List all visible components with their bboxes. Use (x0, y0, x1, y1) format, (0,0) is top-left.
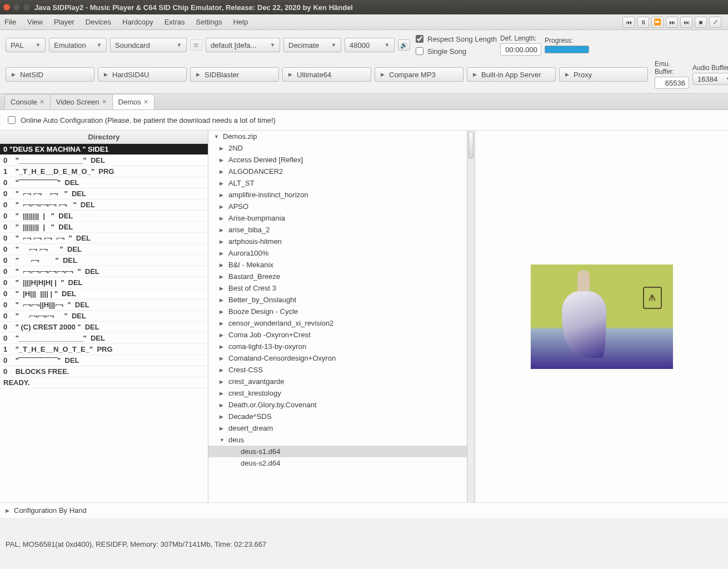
menu-devices[interactable]: Devices (86, 18, 111, 26)
directory-row[interactable]: 0 "‾‾‾‾‾‾‾‾‾‾‾‾‾‾‾‾" DEL (0, 355, 208, 366)
tree-item[interactable]: ▶ALGODANCER2 (208, 166, 475, 177)
menu-hardcopy[interactable]: Hardcopy (122, 18, 153, 26)
directory-row[interactable]: 0 " ⌐¬ ⌐¬ ⌐¬ " DEL (0, 188, 208, 199)
directory-row[interactable]: 0 " ⌐¬ " DEL (0, 255, 208, 266)
close-icon[interactable]: ✕ (102, 98, 107, 106)
def-length-field[interactable]: 00:00.000 (500, 43, 541, 56)
end-icon[interactable]: ⏭ (680, 17, 692, 28)
menu-view[interactable]: View (27, 18, 43, 26)
tree-item[interactable]: ▶Better_by_Onslaught (208, 294, 475, 306)
audio-buffer-combo[interactable]: 16384▼ (692, 73, 728, 85)
stop-icon[interactable]: ■ (695, 17, 707, 28)
directory-row[interactable]: 0 "DEUS EX MACHINA " SIDE1 (0, 144, 208, 155)
tree-item[interactable]: ▶Access Denied [Reflex] (208, 154, 475, 166)
directory-row[interactable]: 1 "_T_H_E__N_O_T_E_" PRG (0, 344, 208, 355)
pause-icon[interactable]: ⏸ (637, 17, 649, 28)
menu-file[interactable]: File (4, 18, 16, 26)
tree-item[interactable]: ▶Bastard_Breeze (208, 271, 475, 282)
tree-file[interactable]: deus-s1.d64 (208, 446, 475, 457)
directory-row[interactable]: 0 " (C) CREST 2000 " DEL (0, 322, 208, 333)
action-netsid[interactable]: ▶NetSID (6, 67, 94, 82)
directory-row[interactable]: 0 "________________" DEL (0, 333, 208, 344)
tree-item[interactable]: ▶crest_avantgarde (208, 376, 475, 387)
action-built-in-app-server[interactable]: ▶Built-in App Server (467, 67, 556, 82)
directory-row[interactable]: 0 " |||||||| | " DEL (0, 211, 208, 222)
close-icon[interactable]: ✕ (143, 98, 148, 106)
tree-item[interactable]: ▶Booze Design - Cycle (208, 306, 475, 317)
tree-item[interactable]: ▶amplifire-instinct_horizon (208, 189, 475, 201)
tree-item[interactable]: ▶artphosis-hitmen (208, 236, 475, 247)
tree-item[interactable]: ▶coma-light-13-by-oxyron (208, 341, 475, 352)
tree-root[interactable]: ▼Demos.zip (208, 131, 475, 142)
tree-item[interactable]: ▶ALT_ST (208, 177, 475, 189)
tree-item[interactable]: ▶Arise-bumpmania (208, 212, 475, 224)
tree-item[interactable]: ▶censor_wonderland_xi_revision2 (208, 317, 475, 329)
close-icon[interactable] (3, 4, 10, 11)
directory-row[interactable]: 0 " ⌐¬⌐¬⌐¬⌐¬⌐¬⌐¬ " DEL (0, 266, 208, 277)
freq-combo[interactable]: 48000▼ (345, 38, 395, 52)
tree-item[interactable]: ▶desert_dream (208, 422, 475, 434)
directory-list[interactable]: 0 "DEUS EX MACHINA " SIDE10 "___________… (0, 144, 208, 502)
tree-item[interactable]: ▶Coma Job -Oxyron+Crest (208, 329, 475, 341)
video-standard-combo[interactable]: PAL▼ (6, 38, 46, 52)
directory-row[interactable]: 0 "‾‾‾‾‾‾‾‾‾‾‾‾‾‾‾‾" DEL (0, 177, 208, 188)
directory-row[interactable]: 0 " ⌐¬⌐¬⌐¬ " DEL (0, 311, 208, 322)
tree-item[interactable]: ▶2ND (208, 142, 475, 154)
action-proxy[interactable]: ▶Proxy (559, 67, 648, 82)
resample-combo[interactable]: Decimate▼ (283, 38, 341, 52)
output-combo[interactable]: Soundcard▼ (110, 38, 187, 52)
mode-combo[interactable]: Emulation▼ (49, 38, 107, 52)
minimize-icon[interactable] (13, 4, 20, 11)
tree-file[interactable]: deus-s2.d64 (208, 457, 475, 469)
tree-item[interactable]: ▶APSO (208, 201, 475, 212)
action-hardsid4u[interactable]: ▶HardSID4U (98, 67, 187, 82)
directory-row[interactable]: 0 " ⌐¬⌐¬||H|||⌐¬ " DEL (0, 300, 208, 311)
action-ultimate64[interactable]: ▶Ultimate64 (282, 67, 371, 82)
tree-item[interactable]: ▶Crest-CSS (208, 364, 475, 376)
action-sidblaster[interactable]: ▶SIDBlaster (190, 67, 279, 82)
action-compare-mp3[interactable]: ▶Compare MP3 (375, 67, 463, 82)
directory-row[interactable]: 0 " |H||| |||| | " DEL (0, 288, 208, 300)
menu-help[interactable]: Help (233, 18, 248, 26)
speaker-icon[interactable]: 🔊 (398, 39, 410, 51)
directory-row[interactable]: 0 " ⌐¬⌐¬⌐¬⌐¬ ⌐¬ " DEL (0, 199, 208, 211)
scrollbar[interactable] (467, 131, 475, 502)
directory-row[interactable]: 0 BLOCKS FREE. (0, 366, 208, 377)
directory-row[interactable]: 0 " ⌐¬ ⌐¬ ⌐¬ ⌐¬ " DEL (0, 233, 208, 244)
menu-player[interactable]: Player (54, 18, 74, 26)
respect-song-length-checkbox[interactable]: Respect Song Length (413, 33, 497, 44)
menu-settings[interactable]: Settings (196, 18, 222, 26)
tree-item[interactable]: ▶Aurora100% (208, 247, 475, 259)
tree-item-expanded[interactable]: ▼deus (208, 434, 475, 446)
ff-icon[interactable]: ⏩ (651, 17, 664, 28)
file-tree[interactable]: ▼Demos.zip▶2ND▶Access Denied [Reflex]▶AL… (208, 131, 475, 502)
tree-item[interactable]: ▶Best of Crest 3 (208, 282, 475, 294)
menu-extras[interactable]: Extras (164, 18, 185, 26)
fullscreen-icon[interactable]: ⤢ (709, 17, 721, 28)
tab-demos[interactable]: Demos✕ (112, 94, 154, 109)
directory-row[interactable]: 1 "_T_H_E__D_E_M_O_" PRG (0, 166, 208, 177)
close-icon[interactable]: ✕ (39, 98, 44, 106)
directory-row[interactable]: 0 " |||||||| | " DEL (0, 222, 208, 233)
tree-item[interactable]: ▶B&I - Mekanix (208, 259, 475, 271)
maximize-icon[interactable] (23, 4, 30, 11)
directory-row[interactable]: 0 " ||||H|H|H| | " DEL (0, 277, 208, 288)
tree-item[interactable]: ▶Decade^SDS (208, 411, 475, 422)
device-combo[interactable]: default [defa...▼ (206, 38, 280, 52)
tab-console[interactable]: Console✕ (4, 94, 51, 109)
tree-item[interactable]: ▶arise_biba_2 (208, 224, 475, 236)
window-controls[interactable] (3, 4, 30, 11)
emu-buffer-field[interactable]: 65536 (655, 77, 689, 89)
directory-row[interactable]: READY. (0, 377, 208, 388)
tree-item[interactable]: ▶Comaland-Censordesign+Oxyron (208, 352, 475, 364)
tree-item[interactable]: ▶crest_krestology (208, 387, 475, 399)
single-song-checkbox[interactable]: Single Song (413, 46, 497, 57)
tree-item[interactable]: ▶Death.or.Glory.by.Covenant (208, 399, 475, 411)
directory-row[interactable]: 0 "________________" DEL (0, 155, 208, 166)
auto-config-checkbox[interactable] (8, 116, 16, 124)
directory-row[interactable]: 0 " ⌐¬ ⌐¬ " DEL (0, 244, 208, 255)
next-icon[interactable]: ⏭ (666, 17, 678, 28)
scrollbar-thumb[interactable] (468, 132, 473, 158)
tab-video-screen[interactable]: Video Screen✕ (50, 94, 113, 109)
config-by-hand-row[interactable]: ▶ Configuration By Hand (0, 503, 728, 518)
